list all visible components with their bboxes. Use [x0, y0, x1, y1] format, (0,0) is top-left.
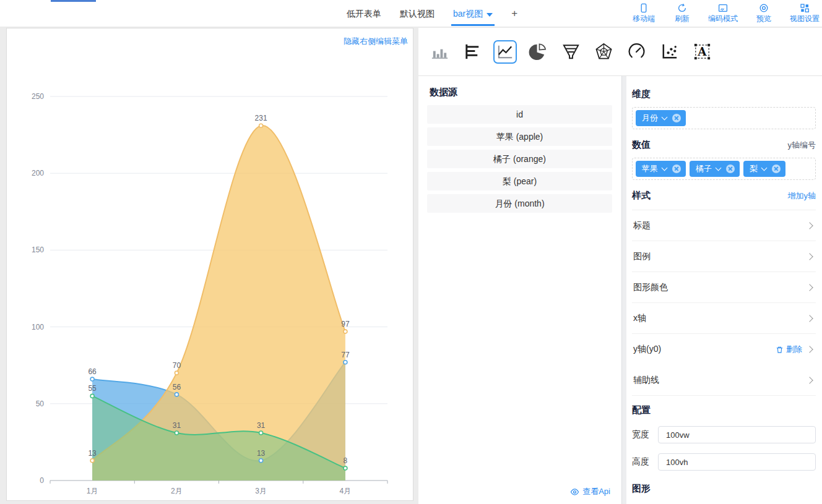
- chevron-right-icon: [806, 284, 813, 291]
- svg-text:0: 0: [40, 476, 44, 485]
- style-row-colors[interactable]: 图形颜色: [632, 272, 816, 303]
- svg-text:31: 31: [257, 421, 266, 430]
- style-list: 标题 图例 图形颜色 x轴 y轴(y0) 删除 辅助线: [632, 210, 816, 396]
- topbar-actions: 移动端 刷新 编码模式 预览 视图设置: [631, 3, 820, 24]
- gauge-icon[interactable]: [625, 40, 648, 64]
- chart-preview-card: 0501001502002501月2月3月4月66561377137023197…: [6, 28, 413, 501]
- style-row-title[interactable]: 标题: [632, 210, 816, 241]
- radar-icon[interactable]: [592, 40, 615, 64]
- remove-tag-icon[interactable]: [772, 164, 781, 173]
- value-tag-apple[interactable]: 苹果: [636, 161, 686, 177]
- config-panel: 维度 月份 数值 y轴编号 苹果 橘子 梨 样式 增加y轴: [626, 76, 822, 504]
- svg-text:4月: 4月: [340, 487, 352, 495]
- funnel-icon[interactable]: [559, 40, 582, 64]
- tab-bar-view[interactable]: bar视图: [453, 0, 493, 27]
- code-mode-button[interactable]: 编码模式: [708, 3, 738, 24]
- dimension-tag-month[interactable]: 月份: [636, 110, 686, 126]
- height-input[interactable]: [658, 453, 816, 471]
- text-label-icon[interactable]: A: [690, 40, 714, 64]
- datasource-field-list: id 苹果 (apple) 橘子 (orange) 梨 (pear) 月份 (m…: [427, 105, 612, 213]
- tab-default-view[interactable]: 默认视图: [400, 0, 435, 27]
- svg-text:231: 231: [255, 114, 267, 122]
- svg-text:31: 31: [173, 421, 181, 430]
- datasource-title: 数据源: [430, 87, 621, 98]
- svg-text:13: 13: [257, 449, 266, 458]
- remove-tag-icon[interactable]: [672, 164, 681, 173]
- svg-text:200: 200: [32, 169, 44, 177]
- loading-progress-bar: [51, 0, 96, 2]
- delete-y-axis-button[interactable]: 删除: [776, 344, 802, 355]
- svg-text:66: 66: [88, 367, 97, 376]
- preview-button[interactable]: 预览: [751, 3, 776, 24]
- svg-text:50: 50: [36, 399, 45, 408]
- field-pear[interactable]: 梨 (pear): [427, 172, 612, 190]
- panel-divider: [621, 76, 626, 504]
- dimension-title: 维度: [632, 88, 816, 100]
- datasource-panel: 数据源 id 苹果 (apple) 橘子 (orange) 梨 (pear) 月…: [418, 76, 621, 504]
- mobile-button[interactable]: 移动端: [631, 3, 656, 24]
- refresh-button[interactable]: 刷新: [670, 3, 694, 24]
- svg-text:56: 56: [173, 383, 181, 391]
- style-title: 样式: [632, 190, 651, 202]
- svg-text:8: 8: [344, 456, 348, 465]
- field-id[interactable]: id: [427, 105, 612, 124]
- svg-text:77: 77: [341, 351, 350, 359]
- svg-text:250: 250: [32, 92, 44, 101]
- svg-text:13: 13: [88, 449, 97, 458]
- chevron-down-icon: [662, 114, 668, 121]
- scatter-icon[interactable]: [657, 40, 681, 64]
- settings-title: 配置: [632, 404, 816, 416]
- preview-icon: [759, 3, 769, 13]
- y-axis-number-hint: y轴编号: [788, 140, 816, 151]
- field-orange[interactable]: 橘子 (orange): [427, 150, 612, 168]
- value-tag-orange[interactable]: 橘子: [690, 161, 740, 177]
- style-row-guide-lines[interactable]: 辅助线: [632, 365, 816, 396]
- tab-form[interactable]: 低开表单: [347, 0, 381, 27]
- svg-text:2月: 2月: [171, 487, 183, 495]
- view-settings-icon: [800, 3, 810, 13]
- width-label: 宽度: [632, 429, 658, 440]
- style-row-legend[interactable]: 图例: [632, 241, 816, 272]
- top-navigation-bar: 低开表单 默认视图 bar视图 + 移动端 刷新 编码模式 预览 视图设置: [0, 0, 822, 27]
- line-chart-icon[interactable]: [493, 40, 517, 64]
- remove-tag-icon[interactable]: [726, 164, 735, 173]
- svg-text:55: 55: [88, 384, 97, 393]
- field-month[interactable]: 月份 (month): [427, 194, 612, 213]
- pie-chart-icon[interactable]: [526, 40, 550, 64]
- dimension-drop-zone[interactable]: 月份: [632, 107, 816, 129]
- chevron-down-icon: [761, 165, 768, 171]
- chevron-right-icon: [806, 315, 813, 322]
- eye-icon: [570, 487, 579, 497]
- chevron-right-icon: [806, 346, 813, 352]
- svg-text:70: 70: [173, 361, 181, 370]
- width-input[interactable]: [658, 426, 816, 443]
- value-tag-pear[interactable]: 梨: [743, 161, 785, 177]
- svg-text:97: 97: [341, 320, 350, 328]
- chart-type-toolbar: A: [418, 28, 822, 76]
- trash-icon: [776, 346, 784, 354]
- style-row-y-axis[interactable]: y轴(y0) 删除: [632, 334, 816, 365]
- svg-text:1月: 1月: [87, 487, 98, 495]
- svg-text:150: 150: [32, 246, 44, 254]
- mobile-icon: [639, 3, 649, 13]
- height-label: 高度: [632, 456, 658, 468]
- graphic-section-title: 图形: [632, 483, 816, 495]
- svg-text:100: 100: [32, 323, 44, 331]
- add-y-axis-link[interactable]: 增加y轴: [788, 190, 816, 202]
- chevron-down-icon: [662, 165, 668, 171]
- view-api-link[interactable]: 查看Api: [570, 486, 610, 497]
- remove-tag-icon[interactable]: [672, 114, 681, 122]
- chevron-down-icon: [716, 165, 722, 171]
- style-row-x-axis[interactable]: x轴: [632, 303, 816, 334]
- field-apple[interactable]: 苹果 (apple): [427, 127, 612, 146]
- add-view-tab-button[interactable]: +: [511, 0, 517, 27]
- view-tabs: 低开表单 默认视图 bar视图 +: [347, 0, 517, 27]
- value-drop-zone[interactable]: 苹果 橘子 梨: [632, 158, 816, 180]
- area-chart-canvas: 0501001502002501月2月3月4月66561377137023197…: [7, 28, 413, 500]
- bar-chart-icon[interactable]: [428, 40, 451, 64]
- svg-text:A: A: [697, 45, 707, 58]
- view-settings-button[interactable]: 视图设置: [790, 3, 820, 24]
- hide-editor-menu-link[interactable]: 隐藏右侧编辑菜单: [344, 36, 408, 47]
- chevron-right-icon: [806, 253, 813, 260]
- horizontal-bar-icon[interactable]: [461, 40, 484, 64]
